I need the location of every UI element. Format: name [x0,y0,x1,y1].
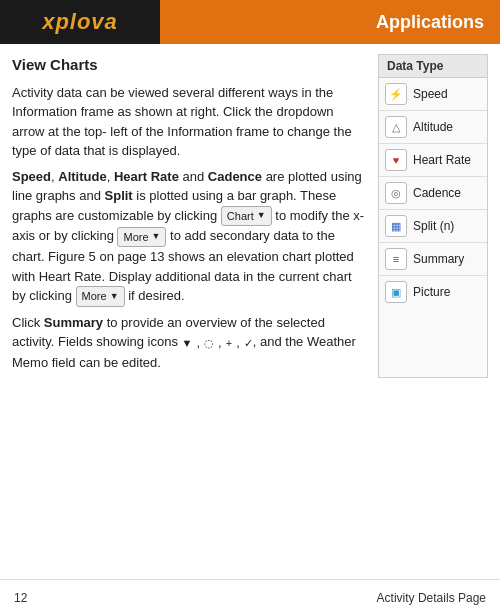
icon-circle: ◌ [204,335,214,352]
header-title-area: Applications [160,0,500,44]
sidebar-item-heartrate[interactable]: ♥ Heart Rate [379,144,487,177]
weather-icons: ▼, ◌, +, ✓ [182,333,253,353]
bold-cadence: Cadence [208,169,262,184]
chart-button[interactable]: Chart ▼ [221,206,272,227]
logo-area: xplova [0,0,160,44]
speed-icon: ⚡ [385,83,407,105]
heartrate-icon: ♥ [385,149,407,171]
page-number: 12 [14,591,27,605]
more-btn-2-label: More [82,288,107,305]
sidebar-item-speed[interactable]: ⚡ Speed [379,78,487,111]
icon-dropdown: ▼ [182,335,193,352]
bold-split: Split [105,188,133,203]
sidebar-item-cadence[interactable]: ◎ Cadence [379,177,487,210]
chart-btn-label: Chart [227,208,254,225]
more-btn-1-arrow: ▼ [152,230,161,244]
more-btn-2-arrow: ▼ [110,290,119,304]
icon-plus: + [226,335,232,352]
logo-text: xplova [42,9,118,35]
speed-label: Speed [413,87,448,101]
sidebar-item-picture[interactable]: ▣ Picture [379,276,487,308]
more-button-2[interactable]: More ▼ [76,286,125,307]
heartrate-label: Heart Rate [413,153,471,167]
split-icon: ▦ [385,215,407,237]
panel-header: Data Type [379,55,487,78]
altitude-label: Altitude [413,120,453,134]
summary-label: Summary [413,252,464,266]
more-button-1[interactable]: More ▼ [117,227,166,248]
header: xplova Applications [0,0,500,44]
paragraph-2: Speed, Altitude, Heart Rate and Cadence … [12,167,366,307]
sidebar-item-summary[interactable]: ≡ Summary [379,243,487,276]
bold-summary: Summary [44,315,103,330]
altitude-icon: △ [385,116,407,138]
cadence-label: Cadence [413,186,461,200]
data-type-panel: Data Type ⚡ Speed △ Altitude ♥ Heart Rat… [378,54,488,378]
sidebar-item-split[interactable]: ▦ Split (n) [379,210,487,243]
section-title: View Charts [12,54,366,77]
content-area: View Charts Activity data can be viewed … [12,54,366,378]
picture-label: Picture [413,285,450,299]
more-btn-1-label: More [123,229,148,246]
bold-heartrate: Heart Rate [114,169,179,184]
bold-speed: Speed [12,169,51,184]
paragraph-1: Activity data can be viewed several diff… [12,83,366,161]
chart-btn-arrow: ▼ [257,209,266,223]
bold-altitude: Altitude [58,169,106,184]
summary-icon: ≡ [385,248,407,270]
icon-check: ✓ [244,335,253,352]
page-title: Applications [376,12,484,33]
picture-icon: ▣ [385,281,407,303]
paragraph-3: Click Summary to provide an overview of … [12,313,366,372]
footer: 12 Activity Details Page [0,579,500,615]
cadence-icon: ◎ [385,182,407,204]
main-content: View Charts Activity data can be viewed … [0,44,500,378]
page-label: Activity Details Page [377,591,486,605]
split-label: Split (n) [413,219,454,233]
sidebar-item-altitude[interactable]: △ Altitude [379,111,487,144]
